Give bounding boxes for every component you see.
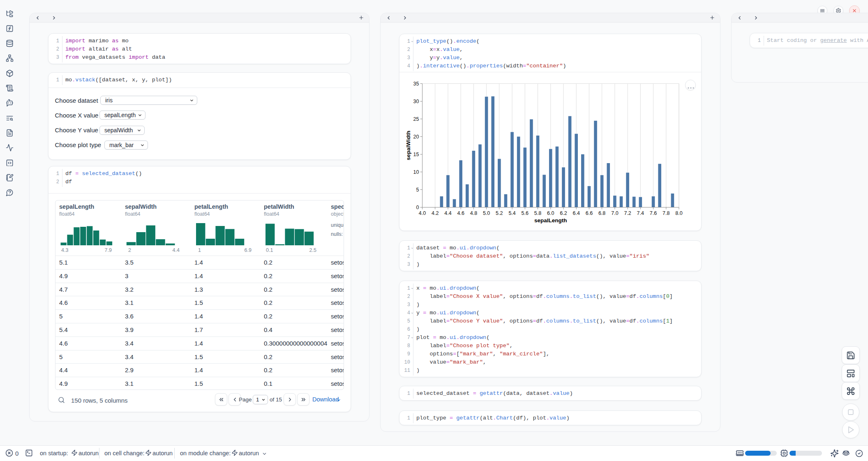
- svg-text:6.8: 6.8: [598, 210, 605, 216]
- svg-text:4.4: 4.4: [444, 210, 451, 216]
- svg-text:6.0: 6.0: [547, 210, 554, 216]
- svg-text:0: 0: [416, 205, 419, 210]
- svg-text:7.2: 7.2: [624, 210, 631, 216]
- svg-text:5.4: 5.4: [508, 210, 515, 216]
- svg-text:10: 10: [413, 169, 419, 175]
- svg-text:6.4: 6.4: [573, 210, 580, 216]
- svg-text:7.8: 7.8: [663, 210, 669, 216]
- svg-text:6.6: 6.6: [586, 210, 593, 216]
- svg-text:5.0: 5.0: [483, 210, 490, 216]
- svg-text:sepalWidth: sepalWidth: [405, 131, 411, 160]
- svg-text:30: 30: [413, 99, 419, 104]
- svg-text:5.6: 5.6: [522, 210, 529, 216]
- svg-text:4.8: 4.8: [470, 210, 477, 216]
- svg-text:20: 20: [413, 134, 419, 140]
- svg-text:25: 25: [413, 116, 419, 122]
- svg-text:6.2: 6.2: [560, 210, 567, 216]
- svg-text:7.4: 7.4: [637, 210, 644, 216]
- svg-text:4.0: 4.0: [419, 210, 426, 216]
- svg-text:35: 35: [413, 81, 419, 87]
- svg-text:5.8: 5.8: [534, 210, 541, 216]
- svg-text:15: 15: [413, 152, 419, 157]
- svg-text:4.6: 4.6: [457, 210, 464, 216]
- svg-text:4.2: 4.2: [432, 210, 439, 216]
- svg-text:5.2: 5.2: [496, 210, 503, 216]
- svg-text:8.0: 8.0: [675, 210, 682, 216]
- svg-text:7.0: 7.0: [611, 210, 618, 216]
- svg-text:5: 5: [416, 187, 419, 193]
- svg-text:7.6: 7.6: [650, 210, 657, 216]
- svg-text:sepalLength: sepalLength: [534, 217, 567, 224]
